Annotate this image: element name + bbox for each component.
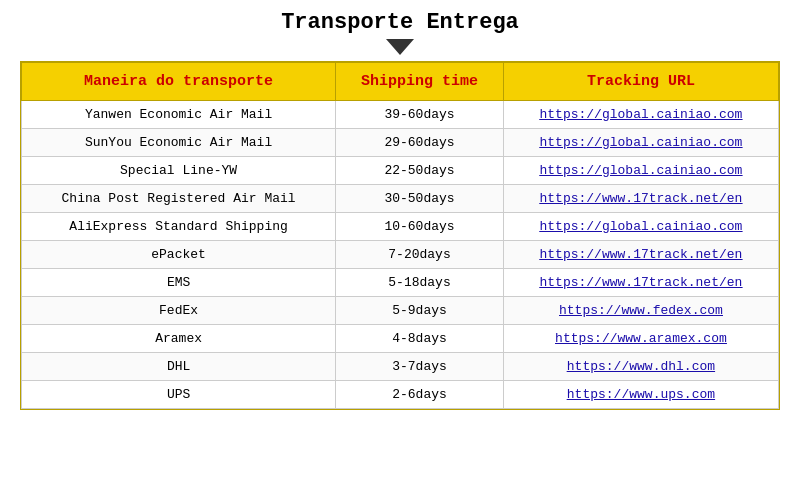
cell-method: AliExpress Standard Shipping — [22, 213, 336, 241]
cell-url[interactable]: https://www.dhl.com — [503, 353, 778, 381]
tracking-link[interactable]: https://global.cainiao.com — [540, 219, 743, 234]
cell-time: 2-6days — [336, 381, 504, 409]
tracking-link[interactable]: https://global.cainiao.com — [540, 107, 743, 122]
tracking-link[interactable]: https://www.aramex.com — [555, 331, 727, 346]
col-header-url: Tracking URL — [503, 63, 778, 101]
cell-url[interactable]: https://www.ups.com — [503, 381, 778, 409]
cell-time: 22-50days — [336, 157, 504, 185]
cell-method: Yanwen Economic Air Mail — [22, 101, 336, 129]
tracking-link[interactable]: https://global.cainiao.com — [540, 135, 743, 150]
shipping-table-wrapper: Maneira do transporte Shipping time Trac… — [20, 61, 780, 410]
cell-method: EMS — [22, 269, 336, 297]
cell-url[interactable]: https://global.cainiao.com — [503, 213, 778, 241]
cell-url[interactable]: https://www.17track.net/en — [503, 185, 778, 213]
table-row: Aramex4-8dayshttps://www.aramex.com — [22, 325, 779, 353]
cell-time: 3-7days — [336, 353, 504, 381]
cell-time: 30-50days — [336, 185, 504, 213]
col-header-time: Shipping time — [336, 63, 504, 101]
page-title: Transporte Entrega — [281, 10, 519, 35]
tracking-link[interactable]: https://www.dhl.com — [567, 359, 715, 374]
table-row: EMS5-18dayshttps://www.17track.net/en — [22, 269, 779, 297]
cell-method: UPS — [22, 381, 336, 409]
cell-url[interactable]: https://global.cainiao.com — [503, 129, 778, 157]
col-header-method: Maneira do transporte — [22, 63, 336, 101]
table-row: Special Line-YW22-50dayshttps://global.c… — [22, 157, 779, 185]
table-row: AliExpress Standard Shipping10-60dayshtt… — [22, 213, 779, 241]
table-row: UPS2-6dayshttps://www.ups.com — [22, 381, 779, 409]
cell-url[interactable]: https://global.cainiao.com — [503, 101, 778, 129]
cell-method: Special Line-YW — [22, 157, 336, 185]
cell-url[interactable]: https://www.17track.net/en — [503, 241, 778, 269]
tracking-link[interactable]: https://www.17track.net/en — [540, 191, 743, 206]
table-header-row: Maneira do transporte Shipping time Trac… — [22, 63, 779, 101]
table-row: Yanwen Economic Air Mail39-60dayshttps:/… — [22, 101, 779, 129]
table-row: SunYou Economic Air Mail29-60dayshttps:/… — [22, 129, 779, 157]
cell-method: ePacket — [22, 241, 336, 269]
table-row: China Post Registered Air Mail30-50daysh… — [22, 185, 779, 213]
tracking-link[interactable]: https://global.cainiao.com — [540, 163, 743, 178]
cell-url[interactable]: https://www.fedex.com — [503, 297, 778, 325]
table-row: FedEx5-9dayshttps://www.fedex.com — [22, 297, 779, 325]
cell-time: 29-60days — [336, 129, 504, 157]
cell-time: 7-20days — [336, 241, 504, 269]
tracking-link[interactable]: https://www.17track.net/en — [540, 247, 743, 262]
cell-method: China Post Registered Air Mail — [22, 185, 336, 213]
arrow-down-icon — [386, 39, 414, 55]
tracking-link[interactable]: https://www.17track.net/en — [540, 275, 743, 290]
cell-time: 5-9days — [336, 297, 504, 325]
shipping-table: Maneira do transporte Shipping time Trac… — [21, 62, 779, 409]
cell-method: SunYou Economic Air Mail — [22, 129, 336, 157]
tracking-link[interactable]: https://www.ups.com — [567, 387, 715, 402]
cell-method: DHL — [22, 353, 336, 381]
cell-method: FedEx — [22, 297, 336, 325]
cell-time: 4-8days — [336, 325, 504, 353]
cell-url[interactable]: https://global.cainiao.com — [503, 157, 778, 185]
cell-method: Aramex — [22, 325, 336, 353]
table-row: DHL3-7dayshttps://www.dhl.com — [22, 353, 779, 381]
cell-time: 10-60days — [336, 213, 504, 241]
cell-url[interactable]: https://www.aramex.com — [503, 325, 778, 353]
cell-time: 39-60days — [336, 101, 504, 129]
cell-url[interactable]: https://www.17track.net/en — [503, 269, 778, 297]
tracking-link[interactable]: https://www.fedex.com — [559, 303, 723, 318]
table-row: ePacket7-20dayshttps://www.17track.net/e… — [22, 241, 779, 269]
cell-time: 5-18days — [336, 269, 504, 297]
